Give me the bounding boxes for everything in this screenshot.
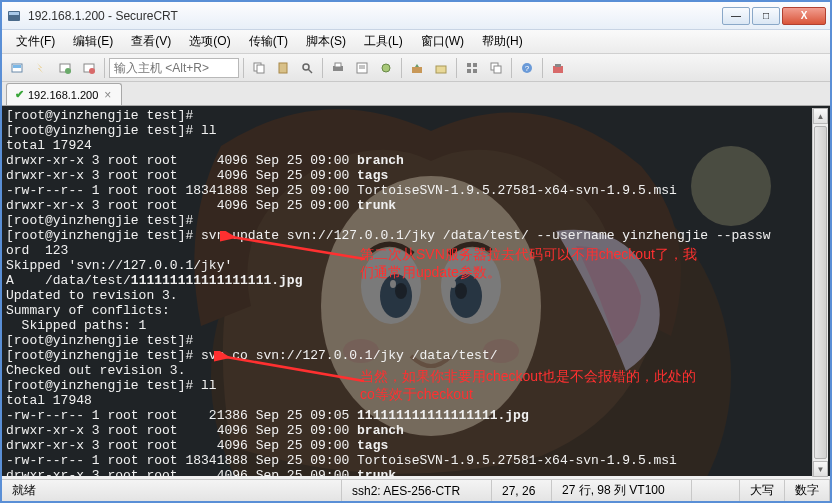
tab-close-button[interactable]: × (102, 88, 113, 102)
window-title: 192.168.1.200 - SecureCRT (28, 9, 722, 23)
svg-rect-10 (279, 63, 287, 73)
svg-rect-3 (13, 65, 21, 68)
help-icon[interactable]: ? (516, 57, 538, 79)
properties-icon[interactable] (351, 57, 373, 79)
svg-text:?: ? (525, 64, 530, 73)
toolbar: ? (2, 54, 830, 82)
tabbar: ✔ 192.168.1.200 × (2, 82, 830, 106)
arrow-2-icon (214, 351, 369, 393)
status-caps: 大写 (740, 480, 785, 501)
menu-script[interactable]: 脚本(S) (298, 31, 354, 52)
svg-rect-9 (257, 65, 264, 73)
cascade-icon[interactable] (485, 57, 507, 79)
menu-file[interactable]: 文件(F) (8, 31, 63, 52)
disconnect-icon[interactable] (78, 57, 100, 79)
titlebar: 192.168.1.200 - SecureCRT — □ X (2, 2, 830, 30)
find-icon[interactable] (296, 57, 318, 79)
annotation-2: 当然，如果你非要用checkout也是不会报错的，此处的 co等效于checko… (360, 368, 696, 404)
menu-options[interactable]: 选项(O) (181, 31, 238, 52)
session-tab[interactable]: ✔ 192.168.1.200 × (6, 83, 122, 105)
svg-point-7 (89, 68, 95, 74)
svg-rect-29 (553, 66, 563, 73)
svg-rect-20 (436, 66, 446, 73)
svg-rect-26 (494, 66, 501, 73)
menu-transfer[interactable]: 传输(T) (241, 31, 296, 52)
svg-rect-30 (555, 64, 561, 67)
connected-icon: ✔ (15, 88, 24, 101)
status-num: 数字 (785, 480, 830, 501)
svg-rect-19 (412, 67, 422, 73)
paste-icon[interactable] (272, 57, 294, 79)
svg-rect-14 (335, 63, 341, 67)
grid-icon[interactable] (461, 57, 483, 79)
scroll-thumb[interactable] (814, 126, 827, 459)
maximize-button[interactable]: □ (752, 7, 780, 25)
menu-tools[interactable]: 工具(L) (356, 31, 411, 52)
terminal-text: [root@yinzhengjie test]#[root@yinzhengji… (2, 106, 830, 476)
app-icon (6, 8, 22, 24)
menubar: 文件(F) 编辑(E) 查看(V) 选项(O) 传输(T) 脚本(S) 工具(L… (2, 30, 830, 54)
terminal[interactable]: [root@yinzhengjie test]#[root@yinzhengji… (2, 106, 830, 476)
scroll-up-button[interactable]: ▲ (813, 108, 828, 124)
minimize-button[interactable]: — (722, 7, 750, 25)
scrollbar[interactable]: ▲ ▼ (812, 108, 828, 477)
host-input[interactable] (109, 58, 239, 78)
status-position: 27, 26 (492, 480, 552, 501)
svg-point-5 (65, 68, 71, 74)
svg-rect-23 (467, 69, 471, 73)
toolbox-icon[interactable] (547, 57, 569, 79)
svg-rect-21 (467, 63, 471, 67)
settings-icon[interactable] (375, 57, 397, 79)
arrow-1-icon (220, 231, 370, 271)
menu-help[interactable]: 帮助(H) (474, 31, 531, 52)
status-ready: 就绪 (2, 480, 342, 501)
menu-window[interactable]: 窗口(W) (413, 31, 472, 52)
svg-rect-24 (473, 69, 477, 73)
tab-label: 192.168.1.200 (28, 89, 98, 101)
annotation-1: 第二次从SVN服务器拉去代码可以不用checkout了，我 们通常用update… (360, 246, 697, 282)
reconnect-icon[interactable] (54, 57, 76, 79)
svg-line-12 (308, 69, 312, 73)
print-icon[interactable] (327, 57, 349, 79)
menu-edit[interactable]: 编辑(E) (65, 31, 121, 52)
svg-line-46 (226, 357, 364, 381)
transfer-icon[interactable] (406, 57, 428, 79)
sftp-icon[interactable] (430, 57, 452, 79)
close-button[interactable]: X (782, 7, 826, 25)
svg-point-18 (382, 64, 390, 72)
connect-icon[interactable] (6, 57, 28, 79)
svg-line-45 (232, 237, 365, 259)
quick-connect-icon[interactable] (30, 57, 52, 79)
status-ssh: ssh2: AES-256-CTR (342, 480, 492, 501)
menu-view[interactable]: 查看(V) (123, 31, 179, 52)
copy-icon[interactable] (248, 57, 270, 79)
status-size: 27 行, 98 列 VT100 (552, 480, 692, 501)
statusbar: 就绪 ssh2: AES-256-CTR 27, 26 27 行, 98 列 V… (2, 479, 830, 501)
svg-rect-22 (473, 63, 477, 67)
svg-rect-1 (9, 12, 19, 15)
scroll-down-button[interactable]: ▼ (813, 461, 828, 477)
